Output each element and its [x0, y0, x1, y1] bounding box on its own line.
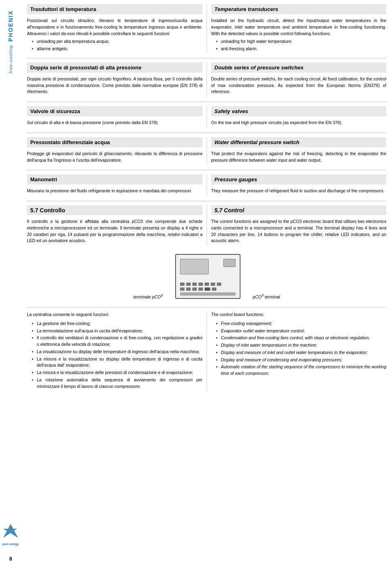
- bullet-item: Automatic rotation of the starting seque…: [216, 364, 386, 377]
- header-manometri: Manometri: [27, 174, 203, 185]
- terminal-right-label: pCO3 terminal: [253, 293, 280, 299]
- divider-3: [27, 133, 386, 133]
- divider-5: [27, 201, 386, 201]
- header-valvole: Valvole di sicurezza: [27, 106, 203, 116]
- header-pressure-gauges: Pressure gauges: [211, 174, 386, 185]
- bullet-item: anti-freezing alarm.: [216, 46, 386, 52]
- bottom-left-header: La centralina consente le seguenti funzi…: [27, 312, 203, 390]
- bottom-right: The control board functions: Free-coolin…: [207, 312, 386, 390]
- bullet-item: unloading per alta temperatura acqua;: [32, 38, 203, 45]
- sidebar-logos: pure energy: [2, 523, 19, 546]
- page-number: 8: [9, 556, 12, 562]
- bottom-right-bullets: Free-cooling management; Evaporator outl…: [216, 321, 386, 377]
- bullets-trasduttori: unloading per alta temperatura acqua; al…: [32, 38, 203, 52]
- text-57-left: Il controllo e la gestione è affidata al…: [27, 218, 203, 244]
- page: PHOENIX free-cooling pure energy 8 Trasd…: [0, 0, 392, 570]
- header-57-right: 5.7 Control: [211, 205, 386, 215]
- bottom-left-bullets: La gestione del free-cooling; La termost…: [32, 321, 203, 390]
- terminal-container: terminale pCO3: [27, 254, 386, 299]
- pure-energy-logo: pure energy: [2, 543, 19, 546]
- section-temperature-transducers: Trasduttori di temperatura Posizionati s…: [27, 4, 386, 53]
- bullets-transducers: unloading for high water temperature; an…: [216, 38, 386, 52]
- sidebar: PHOENIX free-cooling pure energy 8: [0, 0, 21, 570]
- section-right-pressure: Double series of pressure switches Doubl…: [207, 62, 386, 97]
- terminal-btn-row2: [180, 287, 216, 291]
- text-pressostato: Protegge gli evaporatori dal pericolo di…: [27, 151, 203, 164]
- bullet-item: Display of inlet water temperatures in t…: [216, 342, 386, 349]
- bottom-left: La centralina consente le seguenti funzi…: [27, 312, 207, 390]
- text-safety-valves: On the low and high pressure circuits (a…: [211, 120, 386, 126]
- bullet-item: allarme antigelo.: [32, 46, 203, 52]
- bullet-item: La visualizzazione su display delle temp…: [32, 349, 203, 355]
- svg-marker-0: [3, 524, 18, 538]
- divider-1: [27, 58, 386, 58]
- terminal-indicator: [223, 259, 236, 267]
- bullet-item: Il controllo dei ventilatori di condensa…: [32, 335, 203, 348]
- divider-4: [27, 170, 386, 170]
- section-left-pressostato: Pressostato differenziale acqua Protegge…: [27, 137, 207, 165]
- brand-tagline: free-cooling: [8, 45, 13, 73]
- text-doppia: Doppia serie di pressostati, per ogni ci…: [27, 76, 203, 95]
- bullet-item: Evaporator outlet water temperature cont…: [216, 328, 386, 334]
- terminal-screen: [180, 259, 209, 274]
- section-pressure-switches: Doppia serie di pressostati di alta pres…: [27, 62, 386, 97]
- bullet-item: La gestione del free-cooling;: [32, 321, 203, 327]
- bullet-item: La rotazione automatica della sequenza d…: [32, 377, 203, 390]
- section-right-temp: Temperature transducers Installed on the…: [207, 4, 386, 53]
- section-right-manometri: Pressure gauges They measure the pressur…: [207, 174, 386, 196]
- bullet-item: Display and measure of condensing and ev…: [216, 357, 386, 363]
- section-left-temp: Trasduttori di temperatura Posizionati s…: [27, 4, 207, 53]
- header-water-diff: Water differential pressure switch: [211, 137, 386, 147]
- text-pressure-gauges: They measure the pressure of refrigerant…: [211, 188, 386, 194]
- header-safety-valves: Safety valves: [211, 106, 386, 116]
- bullet-item: La misura e la visualizzazione delle pre…: [32, 370, 203, 376]
- terminal-left-label: terminale pCO3: [133, 293, 163, 299]
- text-temperature-transducers: Installed on the hydraulic circuit, dete…: [211, 18, 386, 52]
- main-content: Trasduttori di temperatura Posizionati s…: [21, 0, 392, 570]
- terminal-diagram: [175, 254, 241, 299]
- bullet-item: Free-cooling management;: [216, 321, 386, 327]
- section-left-valvole: Valvole di sicurezza Sul circuito di alt…: [27, 106, 207, 128]
- bottom-right-header: The control board functions: Free-coolin…: [211, 312, 386, 377]
- bottom-section: La centralina consente le seguenti funzi…: [27, 312, 386, 390]
- section-manometri: Manometri Misurano la pressione del flui…: [27, 174, 386, 196]
- text-57-right: The control functions are assigned to th…: [211, 218, 386, 244]
- section-safety-valves: Valvole di sicurezza Sul circuito di alt…: [27, 106, 386, 128]
- text-valvole: Sul circuito di alta e di bassa pression…: [27, 120, 203, 126]
- section-water-diff: Pressostato differenziale acqua Protegge…: [27, 137, 386, 165]
- section-57-inner: 5.7 Controllo Il controllo e la gestione…: [27, 205, 386, 246]
- text-double-series: Double series of pressure switchs, for e…: [211, 76, 386, 95]
- bullet-item: La misura e la visualizzazione su displa…: [32, 356, 203, 369]
- terminal-led-strip: [180, 292, 236, 296]
- text-trasduttori: Posizionati sul circuito idraulico, rile…: [27, 18, 203, 52]
- header-57-left: 5.7 Controllo: [27, 205, 203, 215]
- header-temperature-transducers: Temperature transducers: [211, 4, 386, 14]
- section-57-right: 5.7 Control The control functions are as…: [207, 205, 386, 246]
- section-57: 5.7 Controllo Il controllo e la gestione…: [27, 205, 386, 246]
- bullet-item: unloading for high water temperature;: [216, 38, 386, 45]
- terminal-btn-row1: [180, 283, 221, 286]
- bullet-item: La termostatazione sull'acqua in uscita …: [32, 328, 203, 334]
- section-left-pressure: Doppia serie di pressostati di alta pres…: [27, 62, 207, 97]
- divider-6: [27, 307, 386, 307]
- section-left-manometri: Manometri Misurano la pressione del flui…: [27, 174, 207, 196]
- bullet-item: Condensation and free-cooling fans contr…: [216, 335, 386, 341]
- header-pressostato: Pressostato differenziale acqua: [27, 137, 203, 147]
- text-manometri: Misurano la pressione del fluido refrige…: [27, 188, 203, 194]
- brand-phoenix: PHOENIX: [7, 10, 14, 42]
- header-doppia: Doppia serie di pressostati di alta pres…: [27, 62, 203, 73]
- header-double-series: Double series of pressure switches: [211, 62, 386, 73]
- phoenix-icon: [2, 523, 19, 539]
- bullet-item: Display and measure of inlet and outlet …: [216, 350, 386, 356]
- divider-2: [27, 102, 386, 102]
- header-trasduttori: Trasduttori di temperatura: [27, 4, 203, 14]
- section-57-left: 5.7 Controllo Il controllo e la gestione…: [27, 205, 207, 246]
- section-right-valvole: Safety valves On the low and high pressu…: [207, 106, 386, 128]
- text-water-diff: That protect the evaporators against the…: [211, 151, 386, 164]
- section-right-pressostato: Water differential pressure switch That …: [207, 137, 386, 165]
